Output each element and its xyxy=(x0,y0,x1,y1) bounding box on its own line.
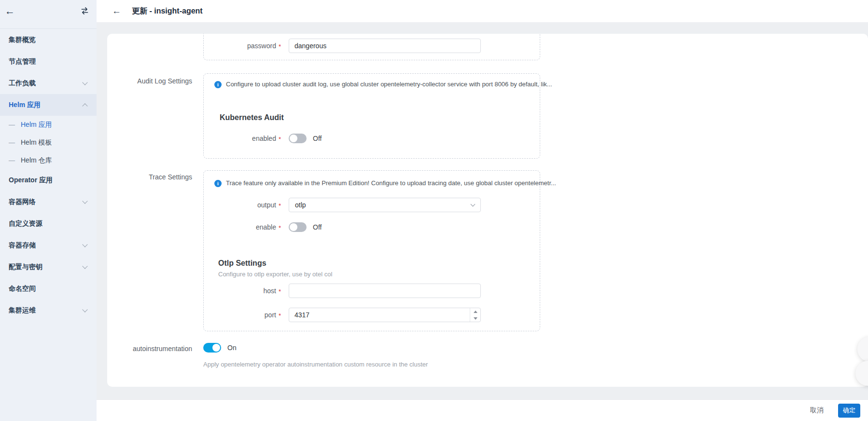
sidebar-header: ← xyxy=(0,0,97,29)
trace-info-row: i Trace feature only available in the Pr… xyxy=(214,179,556,187)
page-title: 更新 - insight-agent xyxy=(132,6,203,16)
sidebar-item-label: 命名空间 xyxy=(9,285,36,293)
enabled-toggle-state: Off xyxy=(313,135,322,142)
chevron-down-icon xyxy=(82,198,87,204)
sidebar-item[interactable]: 容器网络 xyxy=(0,191,97,213)
chevron-down-icon xyxy=(82,263,87,269)
sidebar-subitem[interactable]: —Helm 应用 xyxy=(0,116,97,134)
autoinstrumentation-toggle-state: On xyxy=(227,344,237,352)
stepper-down-icon[interactable] xyxy=(470,315,480,322)
autoinstrumentation-description: Apply opentelemetry operator autoinstrum… xyxy=(203,361,428,368)
chevron-down-icon xyxy=(82,80,87,85)
kubernetes-audit-title: Kubernetes Audit xyxy=(220,113,284,122)
sidebar-item-label: 容器存储 xyxy=(9,241,36,250)
enable-label: enable xyxy=(256,223,276,231)
sidebar-item-label: 配置与密钥 xyxy=(9,263,42,272)
enabled-label: enabled xyxy=(252,135,276,142)
required-marker: * xyxy=(279,288,281,295)
port-label: port xyxy=(265,311,276,319)
host-label: host xyxy=(263,287,276,295)
port-row: port * 4317 xyxy=(204,308,481,322)
stepper-up-icon[interactable] xyxy=(470,308,480,315)
host-row: host * xyxy=(204,284,481,298)
password-input[interactable] xyxy=(289,39,481,53)
sidebar-item-label: Helm 应用 xyxy=(21,121,52,129)
sidebar-item[interactable]: 集群概览 xyxy=(0,29,97,51)
chevron-down-icon xyxy=(471,202,476,207)
subitem-dash: — xyxy=(9,121,15,128)
sidebar-item-label: 自定义资源 xyxy=(9,219,42,228)
trace-info-text: Trace feature only available in the Prem… xyxy=(226,179,556,187)
output-select-value: otlp xyxy=(295,201,306,209)
trace-fieldset: i Trace feature only available in the Pr… xyxy=(203,170,540,331)
main-content: password * Audit Log Settings i Configur… xyxy=(97,22,868,399)
chevron-down-icon xyxy=(82,307,87,312)
toggle-knob xyxy=(290,223,297,231)
audit-fieldset: i Configure to upload cluster audit log,… xyxy=(203,73,540,159)
enable-toggle[interactable] xyxy=(289,222,307,232)
password-fieldset: password * xyxy=(203,34,540,60)
enable-row: enable * Off xyxy=(204,222,322,232)
otlp-settings-title: Otlp Settings xyxy=(218,259,266,268)
sidebar-subitem[interactable]: —Helm 模板 xyxy=(0,134,97,151)
sidebar-item-label: Helm 模板 xyxy=(21,138,52,147)
port-input[interactable]: 4317 xyxy=(289,308,481,322)
sidebar-menu: 集群概览节点管理工作负载Helm 应用—Helm 应用—Helm 模板—Helm… xyxy=(0,29,97,321)
sidebar-back-icon[interactable]: ← xyxy=(5,5,15,17)
confirm-button[interactable]: 确定 xyxy=(838,404,860,418)
enable-toggle-state: Off xyxy=(313,223,322,231)
subitem-dash: — xyxy=(9,139,15,146)
enabled-row: enabled * Off xyxy=(204,134,322,143)
toggle-knob xyxy=(212,344,220,352)
output-label: output xyxy=(257,201,276,209)
toggle-knob xyxy=(290,135,297,142)
form-card: password * Audit Log Settings i Configur… xyxy=(107,34,868,387)
required-marker: * xyxy=(279,136,281,143)
sidebar-item-label: 容器网络 xyxy=(9,198,36,206)
audit-info-text: Configure to upload cluster audit log, u… xyxy=(226,81,552,88)
autoinstrumentation-row: On xyxy=(203,343,237,353)
otlp-settings-description: Configure to otlp exporter, use by otel … xyxy=(218,271,332,278)
page-header: ← 更新 - insight-agent xyxy=(97,0,868,22)
password-row: password * xyxy=(204,39,481,53)
sidebar-item-label: 工作负载 xyxy=(9,79,36,88)
sidebar-item[interactable]: 节点管理 xyxy=(0,51,97,72)
footer-bar: 取消 确定 xyxy=(97,399,868,421)
cancel-button[interactable]: 取消 xyxy=(810,406,824,415)
port-input-value: 4317 xyxy=(289,311,470,319)
output-row: output * otlp xyxy=(204,198,481,212)
autoinstrumentation-label: autoinstrumentation xyxy=(107,345,192,353)
subitem-dash: — xyxy=(9,157,15,164)
back-icon[interactable]: ← xyxy=(112,6,121,16)
host-input[interactable] xyxy=(289,284,481,298)
required-marker: * xyxy=(279,202,281,209)
sidebar-item[interactable]: 工作负载 xyxy=(0,72,97,94)
info-icon: i xyxy=(214,180,222,187)
autoinstrumentation-toggle[interactable] xyxy=(203,343,221,353)
audit-section-label: Audit Log Settings xyxy=(107,77,192,85)
enabled-toggle[interactable] xyxy=(289,134,307,143)
sidebar-item-label: 集群运维 xyxy=(9,306,36,315)
sidebar-item[interactable]: 容器存储 xyxy=(0,234,97,256)
sidebar-item-label: 节点管理 xyxy=(9,57,36,66)
switch-cluster-icon[interactable] xyxy=(80,7,89,17)
sidebar-item[interactable]: 自定义资源 xyxy=(0,213,97,234)
sidebar-item-label: Operator 应用 xyxy=(9,176,53,185)
required-marker: * xyxy=(279,312,281,319)
chevron-down-icon xyxy=(82,242,87,247)
number-stepper xyxy=(470,308,480,322)
sidebar-item[interactable]: Operator 应用 xyxy=(0,169,97,191)
sidebar-item[interactable]: 配置与密钥 xyxy=(0,256,97,278)
trace-section-label: Trace Settings xyxy=(107,173,192,181)
sidebar-item[interactable]: 命名空间 xyxy=(0,278,97,299)
sidebar-item[interactable]: 集群运维 xyxy=(0,299,97,321)
required-marker: * xyxy=(279,224,281,231)
sidebar-subitem[interactable]: —Helm 仓库 xyxy=(0,151,97,169)
sidebar-item-label: Helm 仓库 xyxy=(21,156,52,165)
chevron-up-icon xyxy=(82,103,87,109)
required-marker: * xyxy=(279,43,281,50)
password-label: password xyxy=(247,42,276,50)
sidebar-item-label: Helm 应用 xyxy=(9,101,41,109)
sidebar-item[interactable]: Helm 应用 xyxy=(0,94,97,116)
output-select[interactable]: otlp xyxy=(289,198,481,212)
